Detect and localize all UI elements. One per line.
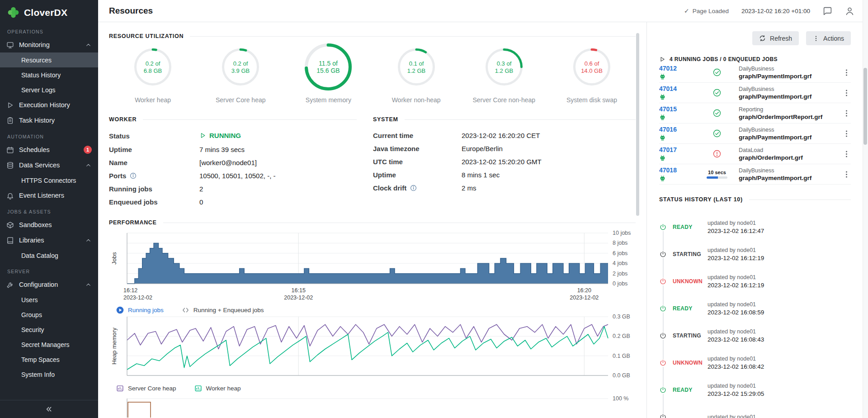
sidebar-item-https-connectors[interactable]: HTTPS Connectors: [0, 173, 98, 188]
job-id-column: 47018: [659, 166, 701, 182]
sidebar-item-label: Sandboxes: [19, 221, 52, 228]
legend-server-core-heap[interactable]: Server Core heap: [116, 385, 176, 392]
worker-section: WORKER StatusRUNNINGUptime7 mins 39 secs…: [109, 105, 357, 206]
worker-row-running-jobs: Running jobs2: [109, 185, 357, 193]
legend-worker-heap[interactable]: Worker heap: [194, 385, 241, 392]
job-id-column: 47015: [659, 105, 701, 121]
worker-row-enqueued-jobs: Enqueued jobs0: [109, 198, 357, 206]
svg-text:0.6 of: 0.6 of: [585, 60, 599, 67]
refresh-label: Refresh: [770, 35, 792, 42]
job-row-47012[interactable]: 47012DailyBusinessgraph/PaymentImport.gr…: [659, 62, 851, 83]
job-project: Reporting: [739, 106, 842, 113]
job-row-47017[interactable]: 47017DataLoadgraph/OrderImport.grf: [659, 144, 851, 164]
kv-label: Enqueued jobs: [109, 198, 199, 206]
job-id-link[interactable]: 47017: [659, 146, 701, 153]
job-graph-path: graph/PaymentImport.grf: [739, 93, 842, 100]
gauge-system-disk-swap: 0.6 of14.0 GBSystem disk swap: [548, 42, 636, 104]
svg-text:0.2 of: 0.2 of: [233, 60, 248, 67]
job-menu-kebab-icon[interactable]: [842, 109, 851, 118]
sidebar-item-sandboxes[interactable]: Sandboxes: [0, 217, 98, 233]
sidebar-item-configuration[interactable]: Configuration: [0, 277, 98, 292]
bell-icon: [6, 192, 14, 200]
job-id-link[interactable]: 47015: [659, 105, 701, 113]
svg-text:2023-12-02: 2023-12-02: [284, 294, 313, 301]
sidebar-item-groups[interactable]: Groups: [0, 307, 98, 322]
job-row-47016[interactable]: 47016DailyBusinessgraph/PaymentImport.gr…: [659, 124, 851, 144]
page-scrollbar[interactable]: [863, 0, 868, 418]
divider: [749, 200, 851, 200]
job-row-47015[interactable]: 47015Reportinggraph/OrderImportReport.gr…: [659, 103, 851, 124]
job-description: DailyBusinessgraph/PaymentImport.grf: [733, 66, 842, 80]
job-status-column: [701, 109, 733, 117]
sidebar-item-server-logs[interactable]: Server Logs: [0, 82, 98, 97]
main-scrollbar-thumb[interactable]: [636, 33, 639, 216]
job-menu-kebab-icon[interactable]: [842, 129, 851, 138]
chevron-up-icon: [85, 162, 92, 169]
sidebar-item-security[interactable]: Security: [0, 322, 98, 337]
worker-running-status: RUNNING: [199, 132, 241, 139]
job-id-link[interactable]: 47016: [659, 126, 701, 133]
legend-running-enqueued-jobs[interactable]: Running + Enqueued jobs: [182, 306, 264, 314]
sidebar-item-task-history[interactable]: Task History: [0, 113, 98, 128]
sidebar-collapse-button[interactable]: [0, 400, 98, 418]
sidebar-item-schedules[interactable]: Schedules1: [0, 142, 98, 157]
status-detail: updated by node012023-12-02 16:08:43: [701, 328, 764, 343]
jobs-chart-legend: Running jobs Running + Enqueued jobs: [109, 306, 636, 314]
info-icon[interactable]: [130, 172, 137, 179]
sidebar-item-secret-managers[interactable]: Secret Managers: [0, 337, 98, 352]
job-menu-kebab-icon[interactable]: [842, 89, 851, 97]
svg-text:1.2 GB: 1.2 GB: [495, 67, 513, 74]
job-graph-path: graph/PaymentImport.grf: [739, 134, 842, 141]
page-scrollbar-thumb[interactable]: [863, 68, 867, 145]
sidebar-item-users[interactable]: Users: [0, 292, 98, 307]
info-icon[interactable]: [410, 185, 417, 191]
status-timestamp: 2023-12-02 16:08:42: [708, 363, 764, 370]
actions-button[interactable]: Actions: [806, 31, 851, 45]
status-detail: updated by node01: [701, 414, 756, 418]
svg-text:Heap memory: Heap memory: [111, 328, 118, 365]
sidebar-item-label: Groups: [21, 311, 42, 318]
refresh-button[interactable]: Refresh: [752, 31, 799, 45]
sidebar-item-event-listeners[interactable]: Event Listeners: [0, 188, 98, 203]
kv-label: Clock drift: [373, 184, 462, 192]
sidebar-item-temp-spaces[interactable]: Temp Spaces: [0, 352, 98, 367]
sidebar-item-system-info[interactable]: System Info: [0, 367, 98, 382]
cloverdx-logo[interactable]: CloverDX: [0, 0, 98, 23]
sidebar-item-data-catalog[interactable]: Data Catalog: [0, 248, 98, 263]
status-detail: updated by node012023-12-02 16:12:19: [701, 274, 764, 289]
job-progress-bar: [707, 176, 727, 179]
sidebar-item-status-history[interactable]: Status History: [0, 67, 98, 82]
legend-running-jobs[interactable]: Running jobs: [116, 306, 164, 314]
status-label: READY: [667, 224, 701, 230]
sidebar-item-data-services[interactable]: Data Services: [0, 157, 98, 173]
job-id-link[interactable]: 47018: [659, 166, 701, 174]
sidebar-item-label: Libraries: [19, 237, 44, 244]
job-menu-kebab-icon[interactable]: [842, 170, 851, 179]
job-id-link[interactable]: 47014: [659, 85, 701, 92]
sidebar-item-resources[interactable]: Resources: [0, 52, 98, 67]
status-label: UNKNOWN: [667, 278, 701, 285]
svg-text:6 jobs: 6 jobs: [613, 250, 627, 256]
job-id-link[interactable]: 47012: [659, 65, 701, 72]
sidebar-item-label: Resources: [21, 57, 52, 64]
job-menu-kebab-icon[interactable]: [842, 150, 851, 158]
status-timestamp: 2023-12-02 16:08:43: [708, 336, 764, 343]
job-menu-kebab-icon[interactable]: [842, 68, 851, 77]
sidebar-item-monitoring[interactable]: Monitoring: [0, 37, 98, 52]
sidebar-item-libraries[interactable]: Libraries: [0, 233, 98, 248]
svg-text:3.9 GB: 3.9 GB: [231, 67, 250, 74]
status-power-icon: [659, 223, 667, 231]
status-updated-by: updated by node01: [708, 274, 764, 280]
status-label: READY: [667, 387, 701, 393]
job-row-47014[interactable]: 47014DailyBusinessgraph/PaymentImport.gr…: [659, 83, 851, 103]
sidebar-item-execution-history[interactable]: Execution History: [0, 97, 98, 113]
svg-text:14.0 GB: 14.0 GB: [581, 67, 603, 74]
job-row-47018[interactable]: 4701810 secsDailyBusinessgraph/PaymentIm…: [659, 164, 851, 185]
user-icon[interactable]: [845, 6, 854, 16]
kv-value: RUNNING: [199, 132, 241, 140]
svg-text:0.2 GB: 0.2 GB: [613, 333, 630, 339]
job-id-column: 47017: [659, 146, 701, 162]
feedback-chat-icon[interactable]: [823, 6, 832, 16]
svg-text:100 %: 100 %: [613, 395, 628, 402]
svg-text:15.6 GB: 15.6 GB: [317, 67, 340, 74]
